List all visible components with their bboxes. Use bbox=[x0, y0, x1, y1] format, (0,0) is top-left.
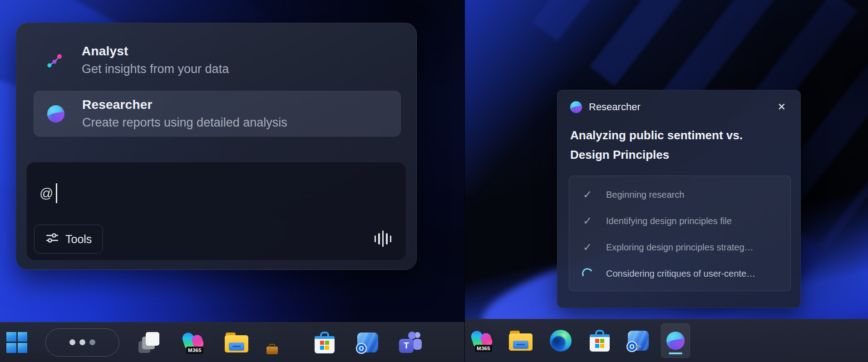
outlook-icon: O bbox=[628, 331, 649, 351]
desktop-composite: Analyst Get insights from your data Rese… bbox=[0, 0, 868, 362]
researcher-planet-icon bbox=[570, 101, 582, 113]
researcher-planet-icon bbox=[43, 105, 69, 122]
agent-item-analyst[interactable]: Analyst Get insights from your data bbox=[34, 38, 401, 83]
start-button[interactable] bbox=[6, 332, 27, 353]
step-label: Exploring design principles strateg… bbox=[606, 242, 754, 253]
voice-waveform-icon[interactable] bbox=[375, 230, 392, 247]
close-icon[interactable]: ✕ bbox=[776, 101, 788, 113]
taskbar-item-m365-copilot[interactable]: M365 bbox=[182, 332, 205, 353]
right-screenshot: Researcher ✕ Analyzing public sentiment … bbox=[464, 0, 868, 362]
composer-text-line: @ bbox=[39, 183, 57, 203]
taskbar-item-edge[interactable] bbox=[550, 330, 572, 352]
ellipsis-dot bbox=[89, 339, 95, 345]
taskbar-item-outlook[interactable]: O bbox=[357, 333, 378, 352]
card-header: Researcher ✕ bbox=[570, 101, 788, 113]
analyst-chart-icon bbox=[43, 50, 68, 70]
windows-start-icon bbox=[6, 332, 27, 353]
tools-button[interactable]: Tools bbox=[34, 225, 103, 254]
researcher-progress-card: Researcher ✕ Analyzing public sentiment … bbox=[557, 90, 801, 308]
taskbar-item-m365-copilot[interactable]: M365 bbox=[471, 330, 493, 352]
tools-button-label: Tools bbox=[65, 233, 92, 246]
agent-description: Create reports using detailed analysis bbox=[82, 116, 287, 130]
outlook-icon: O bbox=[357, 333, 378, 352]
composer-typed-text: @ bbox=[39, 186, 53, 201]
task-view-icon bbox=[138, 332, 159, 353]
taskbar-right: M365 O bbox=[465, 319, 868, 362]
step-label: Identifying design principles file bbox=[606, 216, 732, 226]
step-label: Considering critiques of user-cente… bbox=[606, 269, 755, 279]
copilot-agent-popup: Analyst Get insights from your data Rese… bbox=[16, 23, 417, 270]
edge-icon bbox=[550, 330, 572, 352]
taskbar-left: M365 O bbox=[0, 322, 464, 362]
researcher-planet-icon bbox=[666, 332, 685, 350]
agent-name: Researcher bbox=[82, 98, 287, 112]
running-indicator bbox=[636, 346, 641, 348]
taskbar-item-edge-work[interactable] bbox=[267, 331, 291, 354]
check-icon: ✓ bbox=[581, 188, 594, 201]
taskbar-item-microsoft-store[interactable] bbox=[590, 330, 610, 352]
taskbar-item-outlook[interactable]: O bbox=[628, 331, 649, 351]
teams-icon: T bbox=[399, 332, 422, 353]
left-screenshot: Analyst Get insights from your data Rese… bbox=[0, 0, 464, 362]
outlook-letter: O bbox=[356, 343, 367, 354]
taskbar-item-researcher-active[interactable] bbox=[661, 323, 690, 358]
progress-step-active: Considering critiques of user-cente… bbox=[581, 260, 790, 287]
sliders-icon bbox=[45, 231, 59, 247]
agent-name: Analyst bbox=[82, 44, 229, 59]
progress-step: ✓ Exploring design principles strateg… bbox=[581, 234, 790, 260]
store-icon bbox=[590, 330, 610, 352]
taskbar-item-teams[interactable]: T bbox=[399, 332, 422, 353]
agent-description: Get insights from your data bbox=[82, 62, 229, 76]
store-icon bbox=[315, 332, 335, 353]
progress-steps-panel: ✓ Beginning research ✓ Identifying desig… bbox=[569, 176, 791, 291]
edge-briefcase-icon bbox=[267, 331, 291, 354]
card-app-name: Researcher bbox=[589, 101, 769, 113]
taskbar-item-file-explorer[interactable] bbox=[509, 331, 533, 351]
check-icon: ✓ bbox=[581, 241, 594, 254]
folder-icon bbox=[509, 331, 533, 351]
agent-texts: Analyst Get insights from your data bbox=[82, 44, 229, 76]
m365-badge: M365 bbox=[186, 347, 203, 354]
ellipsis-dot bbox=[69, 339, 75, 345]
copilot-composer-input[interactable]: @ Tools bbox=[26, 162, 406, 260]
task-view-button[interactable] bbox=[138, 332, 159, 353]
teams-letter: T bbox=[399, 339, 414, 353]
check-icon: ✓ bbox=[581, 215, 594, 227]
m365-copilot-icon: M365 bbox=[471, 330, 493, 352]
taskbar-item-microsoft-store[interactable] bbox=[315, 332, 335, 353]
progress-step: ✓ Identifying design principles file bbox=[581, 208, 790, 234]
progress-step: ✓ Beginning research bbox=[581, 181, 790, 208]
m365-badge: M365 bbox=[475, 345, 492, 352]
active-indicator bbox=[669, 352, 682, 355]
text-cursor bbox=[56, 183, 57, 203]
card-title: Analyzing public sentiment vs. Design Pr… bbox=[570, 126, 784, 165]
m365-copilot-icon: M365 bbox=[182, 332, 205, 353]
agent-texts: Researcher Create reports using detailed… bbox=[82, 98, 287, 130]
spinner-icon bbox=[581, 268, 594, 279]
copilot-taskbar-pill[interactable] bbox=[45, 328, 119, 357]
ellipsis-dot bbox=[79, 339, 85, 345]
folder-icon bbox=[225, 333, 248, 352]
agent-item-researcher[interactable]: Researcher Create reports using detailed… bbox=[34, 91, 401, 137]
taskbar-item-file-explorer[interactable] bbox=[225, 333, 248, 352]
step-label: Beginning research bbox=[606, 190, 684, 200]
